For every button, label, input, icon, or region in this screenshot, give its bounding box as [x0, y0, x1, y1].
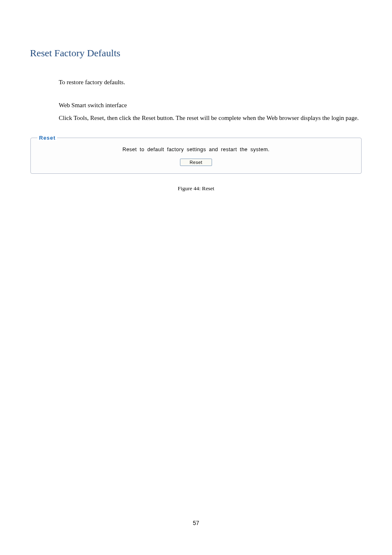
instructions-paragraph: Click Tools, Reset, then click the Reset…: [59, 112, 362, 125]
intro-paragraph: To restore factory defaults.: [59, 76, 362, 89]
reset-legend: Reset: [37, 135, 57, 141]
reset-button[interactable]: Reset: [180, 159, 212, 166]
figure-caption: Figure 44: Reset: [30, 185, 362, 192]
page-number: 57: [0, 520, 392, 526]
subheading-paragraph: Web Smart switch interface: [59, 99, 362, 112]
reset-fieldset: Reset Reset to default factory settings …: [30, 135, 362, 174]
section-heading: Reset Factory Defaults: [30, 48, 362, 59]
reset-description: Reset to default factory settings and re…: [37, 147, 355, 152]
